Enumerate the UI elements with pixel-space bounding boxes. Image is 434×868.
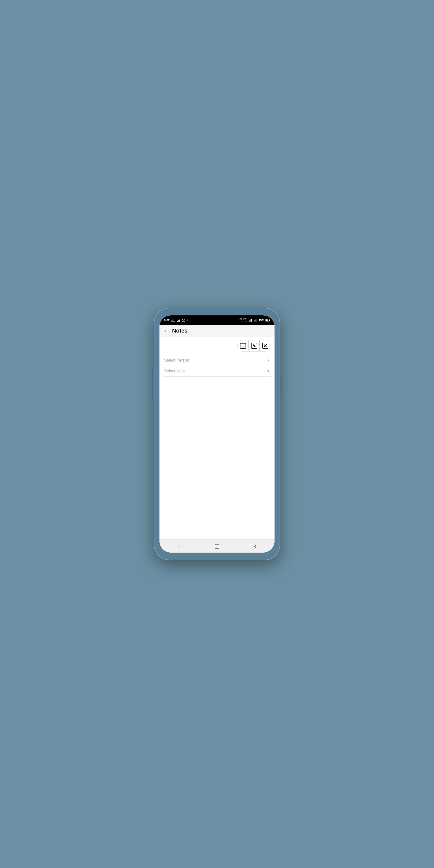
phone-screen: 8:02 0 KB/s [159,315,275,553]
svg-rect-7 [252,319,252,321]
toolbar-row [163,340,271,351]
back-nav-button[interactable] [250,541,260,551]
status-kb-indicator: 0 KB/s [171,318,175,322]
power-button[interactable] [281,376,282,394]
app-content: ← Notes [159,325,275,539]
status-bar-left: 8:02 0 KB/s [164,318,188,322]
svg-rect-10 [255,319,256,321]
top-bar: ← Notes [159,325,275,337]
recent-apps-button[interactable] [174,541,184,551]
svg-point-20 [243,343,243,343]
status-bar: 8:02 0 KB/s [159,315,275,325]
home-icon [214,544,220,549]
svg-point-18 [241,343,241,343]
svg-point-1 [178,319,178,320]
svg-rect-14 [270,320,270,321]
svg-rect-12 [257,319,257,321]
content-divider [163,392,271,392]
select-note-label: Select Note [164,369,185,373]
svg-rect-4 [250,320,250,321]
svg-point-19 [242,343,242,343]
svg-rect-15 [266,319,268,321]
notification-dot [187,319,188,321]
back-nav-icon [253,544,258,549]
battery-percent: 43% [259,319,264,322]
select-person-arrow: ▼ [267,358,270,362]
edit-icon [251,342,257,349]
empty-content-area [163,395,271,536]
select-person-label: Select Person [164,358,189,363]
svg-rect-31 [178,545,178,548]
email-icon [182,318,185,322]
svg-rect-32 [179,545,179,548]
svg-rect-8 [254,320,254,321]
svg-rect-11 [256,319,256,322]
battery-icon [266,319,270,322]
status-time: 8:02 [164,319,169,322]
svg-rect-33 [215,544,219,548]
select-note-arrow: ▼ [267,369,270,373]
recent-apps-icon [176,544,181,549]
phone-device: 8:02 0 KB/s [154,308,280,560]
svg-rect-5 [251,319,251,321]
svg-rect-9 [255,320,255,321]
close-icon [262,342,269,349]
add-note-button[interactable] [238,340,249,351]
page-title: Notes [172,328,187,334]
select-person-dropdown[interactable]: Select Person ▼ [163,355,271,366]
status-bar-right: Vo)) LTE+ LTE1 ↑↑ [239,318,270,322]
toolbar-group [237,340,271,351]
volume-down-button[interactable] [152,385,153,397]
home-button[interactable] [212,541,222,551]
add-note-icon [240,342,246,349]
signal-icon-1 [249,319,253,322]
edit-note-button[interactable] [249,340,260,351]
image-icon [177,318,180,322]
network-type-text: Vo)) LTE+ LTE1 ↑↑ [239,318,248,322]
svg-rect-3 [249,320,250,321]
close-note-button[interactable] [260,340,271,351]
signal-icon-2 [254,319,257,322]
back-button[interactable]: ← [163,328,169,334]
svg-rect-30 [177,545,177,548]
main-content: Select Person ▼ Select Note ▼ [159,337,275,539]
volume-up-button[interactable] [152,368,153,381]
select-note-dropdown[interactable]: Select Note ▼ [163,366,271,377]
nav-bar [159,539,275,553]
svg-rect-6 [251,319,252,322]
